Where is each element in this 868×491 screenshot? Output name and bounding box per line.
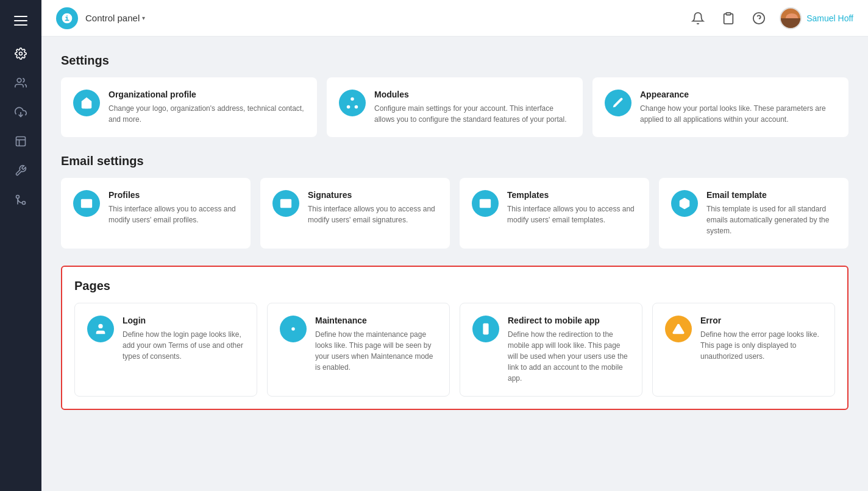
signatures-title: Signatures (308, 190, 438, 200)
settings-grid: Organizational profile Change your logo,… (61, 77, 848, 137)
svg-point-13 (355, 105, 358, 109)
profiles-desc: This interface allows you to access and … (108, 203, 238, 225)
login-desc: Define how the login page looks like, ad… (123, 329, 244, 362)
svg-line-15 (352, 101, 356, 105)
templates-title: Templates (507, 190, 637, 200)
appearance-icon (605, 90, 631, 116)
maintenance-desc: Define how the maintenance page looks li… (315, 329, 437, 373)
modules-title: Modules (374, 90, 571, 99)
profiles-title: Profiles (108, 190, 238, 200)
avatar (780, 7, 802, 29)
sidebar (0, 0, 41, 491)
svg-point-18 (98, 324, 102, 328)
email-settings-title: Email settings (61, 154, 848, 168)
hamburger-menu[interactable] (10, 10, 32, 32)
svg-rect-3 (16, 137, 26, 146)
signatures-icon (272, 190, 299, 217)
redirect-mobile-title: Redirect to mobile app (508, 316, 630, 325)
appearance-title: Appearance (640, 90, 836, 99)
error-title: Error (700, 316, 822, 325)
svg-point-7 (16, 196, 20, 199)
sidebar-item-git[interactable] (9, 188, 33, 212)
svg-rect-8 (727, 12, 731, 15)
main-wrapper: Control panel ▾ (41, 0, 868, 491)
card-login[interactable]: Login Define how the login page looks li… (74, 303, 257, 397)
main-content: Settings Organizational profile Change y… (41, 37, 868, 491)
card-redirect-mobile[interactable]: Redirect to mobile app Define how the re… (460, 303, 642, 397)
card-maintenance[interactable]: Maintenance Define how the maintenance p… (267, 303, 450, 397)
notifications-icon[interactable] (688, 9, 708, 28)
app-logo (56, 7, 78, 29)
svg-rect-20 (483, 323, 488, 334)
templates-desc: This interface allows you to access and … (507, 203, 637, 225)
pages-grid: Login Define how the login page looks li… (74, 303, 835, 397)
svg-point-6 (23, 202, 26, 205)
sidebar-item-users[interactable] (9, 71, 33, 95)
sidebar-item-tools[interactable] (9, 158, 33, 183)
user-menu[interactable]: Samuel Hoff (780, 7, 853, 29)
org-profile-desc: Change your logo, organization's address… (108, 103, 305, 125)
error-icon (665, 316, 692, 342)
redirect-mobile-desc: Define how the redirection to the mobile… (508, 329, 630, 384)
maintenance-icon (280, 316, 307, 342)
templates-icon (472, 190, 499, 217)
error-desc: Define how the error page looks like. Th… (700, 329, 822, 362)
signatures-desc: This interface allows you to access and … (308, 203, 438, 225)
email-settings-grid: Profiles This interface allows you to ac… (61, 178, 848, 249)
email-template-desc: This template is used for all standard e… (706, 203, 836, 236)
login-icon (87, 316, 114, 342)
modules-desc: Configure main settings for your account… (374, 103, 571, 125)
sidebar-item-pages[interactable] (9, 129, 33, 154)
sidebar-item-cloud[interactable] (9, 100, 33, 124)
pages-section: Pages Login Define how the login page lo… (61, 266, 848, 410)
chevron-down-icon: ▾ (142, 15, 145, 21)
card-modules[interactable]: Modules Configure main settings for your… (327, 77, 583, 137)
svg-point-19 (291, 327, 295, 331)
svg-line-14 (349, 101, 352, 105)
modules-icon (339, 90, 366, 116)
topbar: Control panel ▾ (41, 0, 868, 37)
svg-point-12 (347, 105, 350, 109)
email-template-icon (671, 190, 698, 217)
app-title[interactable]: Control panel ▾ (85, 13, 145, 23)
svg-point-11 (350, 97, 354, 101)
login-title: Login (123, 316, 244, 325)
svg-point-0 (20, 52, 23, 55)
profiles-icon (73, 190, 100, 217)
card-profiles[interactable]: Profiles This interface allows you to ac… (61, 178, 251, 249)
settings-title: Settings (61, 54, 848, 68)
username-label: Samuel Hoff (806, 13, 853, 23)
card-error[interactable]: Error Define how the error page looks li… (652, 303, 835, 397)
org-profile-icon (73, 90, 100, 116)
svg-point-1 (17, 79, 21, 83)
card-org-profile[interactable]: Organizational profile Change your logo,… (61, 77, 317, 137)
help-icon[interactable] (749, 9, 769, 28)
card-appearance[interactable]: Appearance Change how your portal looks … (592, 77, 848, 137)
redirect-mobile-icon (472, 316, 499, 342)
email-template-title: Email template (706, 190, 836, 200)
topbar-actions: Samuel Hoff (688, 7, 853, 29)
card-email-template[interactable]: Email template This template is used for… (659, 178, 848, 249)
appearance-desc: Change how your portal looks like. These… (640, 103, 836, 125)
clipboard-icon[interactable] (719, 9, 738, 28)
sidebar-item-settings[interactable] (9, 41, 33, 66)
maintenance-title: Maintenance (315, 316, 437, 325)
card-templates[interactable]: Templates This interface allows you to a… (460, 178, 649, 249)
card-signatures[interactable]: Signatures This interface allows you to … (260, 178, 450, 249)
org-profile-title: Organizational profile (108, 90, 305, 99)
pages-title: Pages (74, 279, 835, 293)
